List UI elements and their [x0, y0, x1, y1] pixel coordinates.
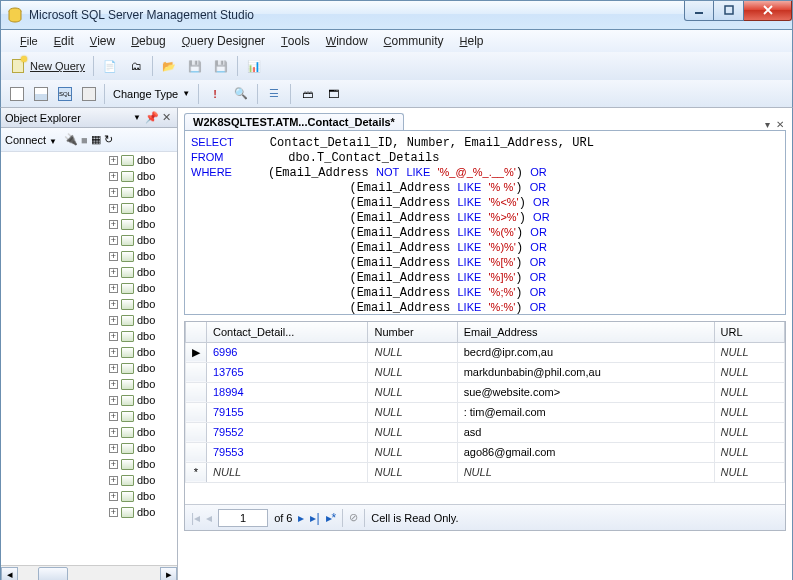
menu-query-designer[interactable]: Query Designer [175, 32, 272, 50]
open-button[interactable]: 📂 [156, 55, 182, 77]
nav-prev-button[interactable]: ◂ [206, 511, 212, 525]
expand-icon[interactable]: + [109, 412, 118, 421]
cell[interactable]: NULL [368, 422, 457, 442]
refresh-button[interactable]: ↻ [104, 133, 113, 146]
tree-item[interactable]: +dbo [1, 296, 177, 312]
table-row[interactable]: 79553NULL ago86@gmail.comNULL [186, 442, 785, 462]
expand-icon[interactable]: + [109, 156, 118, 165]
menu-debug[interactable]: Debug [124, 32, 173, 50]
expand-icon[interactable]: + [109, 364, 118, 373]
cell[interactable]: NULL [368, 402, 457, 422]
table-row[interactable]: 79155NULL: tim@email.comNULL [186, 402, 785, 422]
cell[interactable]: NULL [714, 362, 784, 382]
column-header[interactable]: Contact_Detail... [207, 322, 368, 342]
activity-monitor-button[interactable]: 📊 [241, 55, 267, 77]
expand-icon[interactable]: + [109, 220, 118, 229]
menu-file[interactable]: File [13, 32, 45, 50]
expand-icon[interactable]: + [109, 204, 118, 213]
nav-next-button[interactable]: ▸ [298, 511, 304, 525]
save-all-button[interactable]: 💾 [208, 55, 234, 77]
cell-link[interactable]: 79155 [207, 402, 368, 422]
menu-window[interactable]: Window [319, 32, 375, 50]
tree-item[interactable]: +dbo [1, 440, 177, 456]
cell[interactable]: : tim@email.com [457, 402, 714, 422]
object-tree[interactable]: +dbo+dbo+dbo+dbo+dbo+dbo+dbo+dbo+dbo+dbo… [1, 152, 177, 580]
tree-item[interactable]: +dbo [1, 184, 177, 200]
expand-icon[interactable]: + [109, 316, 118, 325]
tree-item[interactable]: +dbo [1, 152, 177, 168]
expand-icon[interactable]: + [109, 172, 118, 181]
row-selector[interactable] [186, 442, 207, 462]
nav-last-button[interactable]: ▸| [310, 511, 319, 525]
tree-item[interactable]: +dbo [1, 312, 177, 328]
cell[interactable]: NULL [368, 342, 457, 362]
menu-community[interactable]: Community [377, 32, 451, 50]
expand-icon[interactable]: + [109, 508, 118, 517]
disconnect-button[interactable]: 🔌 [64, 133, 78, 146]
verify-sql-button[interactable]: 🔍 [228, 83, 254, 105]
menu-view[interactable]: View [83, 32, 122, 50]
tree-item[interactable]: +dbo [1, 328, 177, 344]
tree-item[interactable]: +dbo [1, 232, 177, 248]
tree-item[interactable]: +dbo [1, 376, 177, 392]
menu-edit[interactable]: Edit [47, 32, 81, 50]
cell[interactable]: asd [457, 422, 714, 442]
cell[interactable]: ago86@gmail.com [457, 442, 714, 462]
row-selector[interactable] [186, 382, 207, 402]
expand-icon[interactable]: + [109, 476, 118, 485]
expand-icon[interactable]: + [109, 252, 118, 261]
sql-editor[interactable]: SELECT Contact_Detail_ID, Number, Email_… [184, 130, 786, 315]
expand-icon[interactable]: + [109, 444, 118, 453]
cell[interactable]: NULL [368, 442, 457, 462]
connect-button[interactable]: Connect ▼ [5, 134, 57, 146]
cell[interactable]: NULL [457, 462, 714, 482]
tree-item[interactable]: +dbo [1, 472, 177, 488]
expand-icon[interactable]: + [109, 396, 118, 405]
tab-menu-icon[interactable]: ▾ [765, 119, 770, 130]
execute-button[interactable]: ! [202, 83, 228, 105]
menu-tools[interactable]: Tools [274, 32, 317, 50]
expand-icon[interactable]: + [109, 460, 118, 469]
cell-link[interactable]: 18994 [207, 382, 368, 402]
cell-link[interactable]: 13765 [207, 362, 368, 382]
tree-item[interactable]: +dbo [1, 504, 177, 520]
diagram-pane-button[interactable] [5, 84, 29, 104]
cell[interactable]: NULL [714, 442, 784, 462]
table-row[interactable]: 79552NULLasdNULL [186, 422, 785, 442]
scroll-right-button[interactable]: ▸ [160, 567, 177, 581]
tree-item[interactable]: +dbo [1, 200, 177, 216]
expand-icon[interactable]: + [109, 268, 118, 277]
cell[interactable]: NULL [714, 342, 784, 362]
cell[interactable]: NULL [368, 462, 457, 482]
cell-link[interactable]: 6996 [207, 342, 368, 362]
table-row[interactable]: 18994NULLsue@website.com>NULL [186, 382, 785, 402]
tab-close-icon[interactable]: ✕ [776, 119, 784, 130]
table-row[interactable]: 13765NULLmarkdunbabin@phil.com,auNULL [186, 362, 785, 382]
cell[interactable]: sue@website.com> [457, 382, 714, 402]
save-button[interactable]: 💾 [182, 55, 208, 77]
expand-icon[interactable]: + [109, 300, 118, 309]
tree-item[interactable]: +dbo [1, 392, 177, 408]
expand-icon[interactable]: + [109, 348, 118, 357]
tree-item[interactable]: +dbo [1, 344, 177, 360]
menu-help[interactable]: Help [453, 32, 491, 50]
sql-pane-button[interactable]: SQL [53, 84, 77, 104]
row-selector[interactable] [186, 362, 207, 382]
expand-icon[interactable]: + [109, 492, 118, 501]
nav-new-button[interactable]: ▸* [326, 511, 337, 525]
cell[interactable]: NULL [368, 382, 457, 402]
row-selector[interactable] [186, 422, 207, 442]
column-header[interactable]: URL [714, 322, 784, 342]
column-header[interactable]: Email_Address [457, 322, 714, 342]
new-file-button[interactable]: 📄 [97, 55, 123, 77]
close-icon[interactable]: ✕ [159, 111, 173, 125]
sort-asc-button[interactable]: ☰ [261, 83, 287, 105]
tree-item[interactable]: +dbo [1, 168, 177, 184]
tree-item[interactable]: +dbo [1, 280, 177, 296]
scroll-left-button[interactable]: ◂ [1, 567, 18, 581]
cell[interactable]: NULL [714, 382, 784, 402]
row-selector[interactable]: ▶ [186, 342, 207, 362]
expand-icon[interactable]: + [109, 236, 118, 245]
tree-item[interactable]: +dbo [1, 408, 177, 424]
cell[interactable]: markdunbabin@phil.com,au [457, 362, 714, 382]
